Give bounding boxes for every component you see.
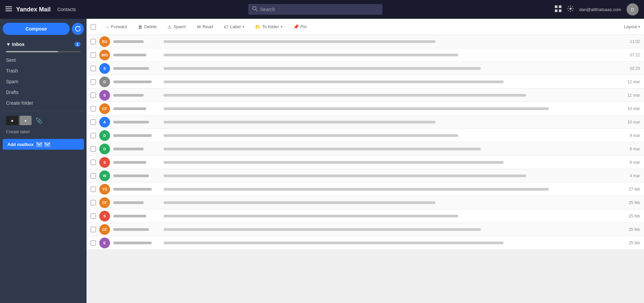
svg-rect-6 [559, 5, 561, 8]
label-button[interactable]: 🏷 Label ▾ [222, 23, 246, 31]
subject-block [164, 215, 616, 217]
sender-block [113, 81, 160, 83]
email-time: 25 feb [620, 214, 640, 218]
read-button[interactable]: ✉ Read [195, 23, 215, 31]
subject-bar [164, 67, 481, 70]
sidebar-item-trash[interactable]: Trash [3, 66, 84, 76]
row-checkbox[interactable] [91, 213, 96, 219]
search-icon [252, 6, 258, 13]
row-checkbox[interactable] [91, 173, 96, 179]
row-checkbox[interactable] [91, 133, 96, 138]
subject-block [164, 201, 616, 204]
label-clip[interactable]: 📎 [33, 116, 45, 125]
subject-block [164, 94, 616, 97]
email-row[interactable]: S 8 mar [87, 156, 644, 169]
row-checkbox[interactable] [91, 160, 96, 165]
sender-bar [113, 201, 144, 204]
row-checkbox[interactable] [91, 52, 96, 58]
sender-avatar: D [99, 130, 110, 141]
email-row[interactable]: S 25 feb [87, 209, 644, 223]
subject-bar [164, 134, 458, 137]
avatar[interactable]: D [627, 3, 639, 15]
refresh-button[interactable] [72, 23, 84, 35]
label-black[interactable]: ■ [6, 116, 18, 125]
sender-bar [113, 148, 144, 150]
sidebar-create-folder[interactable]: Create folder [3, 98, 84, 108]
sender-bar [113, 174, 149, 177]
row-checkbox[interactable] [91, 146, 96, 152]
email-row[interactable]: BU 11:02 [87, 35, 644, 48]
menu-icon[interactable] [5, 5, 12, 14]
sidebar-item-drafts[interactable]: Drafts [3, 87, 84, 97]
row-checkbox[interactable] [91, 240, 96, 246]
contacts-link[interactable]: Contacts [57, 7, 76, 12]
email-row[interactable]: W 4 mar [87, 169, 644, 183]
add-mailbox-button[interactable]: Add mailbox [3, 139, 84, 150]
subject-block [164, 54, 616, 56]
email-row[interactable]: E 25 feb [87, 236, 644, 250]
email-row[interactable]: D 8 mar [87, 142, 644, 156]
row-checkbox[interactable] [91, 93, 96, 98]
compose-button[interactable]: Compose [3, 23, 70, 35]
sender-block [113, 188, 160, 191]
delete-button[interactable]: 🗑 Delete [136, 23, 159, 31]
sender-bar [113, 215, 146, 217]
row-checkbox[interactable] [91, 39, 96, 44]
sender-bar [113, 121, 149, 123]
storage-progress-inner [6, 51, 58, 52]
sender-bar [113, 161, 146, 164]
email-row[interactable]: S 11 mar [87, 89, 644, 102]
settings-icon[interactable] [567, 5, 574, 14]
sender-avatar: S [99, 63, 110, 74]
layout-button[interactable]: Layout ▾ [624, 24, 640, 29]
row-checkbox[interactable] [91, 106, 96, 111]
label-chevron-icon: ▾ [243, 25, 244, 29]
forward-button[interactable]: → Forward [103, 23, 129, 31]
email-row[interactable]: D 12 mar [87, 75, 644, 89]
subject-block [164, 81, 616, 83]
row-checkbox[interactable] [91, 79, 96, 85]
subject-bar [164, 121, 435, 123]
email-row[interactable]: YS 27 feb [87, 183, 644, 196]
sender-block [113, 54, 160, 56]
sender-block [113, 161, 160, 164]
email-time: 9 mar [620, 133, 640, 138]
pin-button[interactable]: 📌 Pin [291, 23, 309, 31]
email-row[interactable]: A 10 mar [87, 115, 644, 129]
sidebar-item-inbox[interactable]: ▼ Inbox 1 [3, 39, 84, 50]
email-row[interactable]: S 02:23 [87, 62, 644, 75]
email-row[interactable]: CF 25 feb [87, 223, 644, 236]
username-label: dan@allthatsaas.com [579, 7, 621, 12]
mailbox-icons [36, 142, 50, 147]
sidebar-labels-row: ■ ● 📎 [3, 114, 84, 127]
select-all-checkbox[interactable] [91, 24, 96, 30]
sender-bar [113, 67, 149, 70]
spam-button[interactable]: ⚠ Spam! [165, 23, 188, 31]
email-row[interactable]: D 9 mar [87, 129, 644, 142]
email-time: 02:23 [620, 66, 640, 71]
row-checkbox[interactable] [91, 66, 96, 71]
row-checkbox[interactable] [91, 227, 96, 232]
topbar: Yandex Mail Contacts dan@allthatsa [0, 0, 644, 19]
label-gray[interactable]: ● [19, 116, 32, 125]
row-checkbox[interactable] [91, 187, 96, 192]
svg-rect-8 [559, 9, 561, 12]
sidebar-item-sent[interactable]: Sent [3, 55, 84, 65]
email-row[interactable]: CF 10 mar [87, 102, 644, 115]
create-label-link[interactable]: Create label [3, 128, 84, 136]
subject-bar [164, 40, 435, 43]
subject-block [164, 161, 616, 164]
sender-bar [113, 94, 144, 97]
to-folder-button[interactable]: 📁 To folder ▾ [253, 23, 284, 31]
email-row[interactable]: CF 25 feb [87, 196, 644, 209]
sidebar-item-spam[interactable]: Spam [3, 77, 84, 87]
sender-bar [113, 188, 152, 191]
layout-chevron-icon: ▾ [638, 25, 640, 29]
columns-icon[interactable] [554, 5, 562, 14]
search-input[interactable] [260, 7, 378, 12]
sender-avatar: D [99, 77, 110, 87]
row-checkbox[interactable] [91, 200, 96, 205]
app-logo: Yandex Mail [16, 6, 51, 13]
email-row[interactable]: WO 07:22 [87, 48, 644, 62]
row-checkbox[interactable] [91, 119, 96, 125]
